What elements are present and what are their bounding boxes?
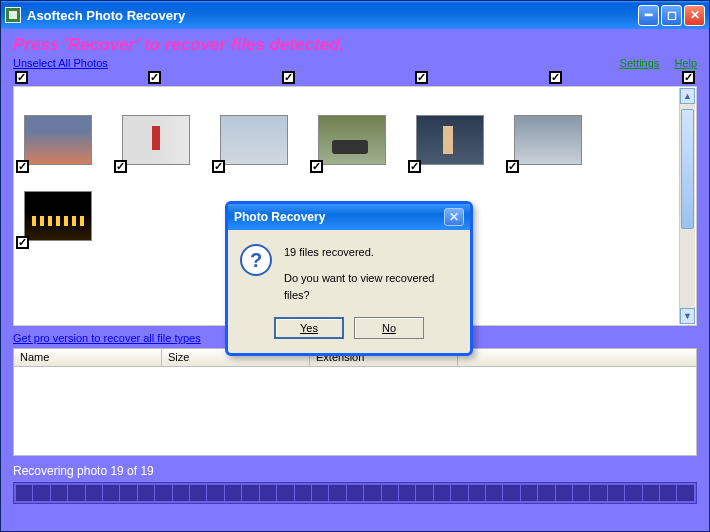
header-checkbox[interactable]: ✓ [682,71,695,84]
header-checkbox[interactable]: ✓ [148,71,161,84]
dialog-line1: 19 files recovered. [284,244,458,262]
top-checkbox-row: ✓ ✓ ✓ ✓ ✓ ✓ [13,69,697,84]
thumbnail-image [220,115,288,165]
thumbnail-image [24,115,92,165]
column-header-spacer [458,349,696,366]
pro-version-link[interactable]: Get pro version to recover all file type… [13,332,201,344]
thumbnail-checkbox[interactable]: ✓ [16,236,29,249]
unselect-all-link[interactable]: Unselect All Photos [13,57,108,69]
status-text: Recovering photo 19 of 19 [13,464,697,478]
question-icon: ? [240,244,272,276]
thumbnail-image [514,115,582,165]
title-bar[interactable]: Asoftech Photo Recovery ━ ◻ ✕ [1,1,709,29]
thumbnail-item[interactable]: ✓ [24,191,92,241]
scroll-handle[interactable] [681,109,694,229]
vertical-scrollbar[interactable]: ▲ ▼ [679,88,695,324]
thumbnail-checkbox[interactable]: ✓ [212,160,225,173]
thumbnail-checkbox[interactable]: ✓ [310,160,323,173]
thumbnail-item[interactable]: ✓ [122,115,190,165]
progress-bar [13,482,697,504]
header-checkbox[interactable]: ✓ [15,71,28,84]
scroll-track[interactable] [680,105,695,307]
thumbnail-item[interactable]: ✓ [318,115,386,165]
app-icon [5,7,21,23]
column-header-name[interactable]: Name [14,349,162,366]
thumbnail-item[interactable]: ✓ [24,115,92,165]
thumbnail-row: ✓ ✓ ✓ ✓ ✓ [24,115,669,165]
thumbnail-image [416,115,484,165]
dialog-title: Photo Recovery [234,210,325,224]
dialog-title-bar[interactable]: Photo Recovery ✕ [228,204,470,230]
thumbnail-image [318,115,386,165]
thumbnail-checkbox[interactable]: ✓ [114,160,127,173]
scroll-up-arrow[interactable]: ▲ [680,88,695,104]
thumbnail-checkbox[interactable]: ✓ [506,160,519,173]
scroll-down-arrow[interactable]: ▼ [680,308,695,324]
settings-link[interactable]: Settings [620,57,660,69]
thumbnail-checkbox[interactable]: ✓ [16,160,29,173]
recovery-dialog: Photo Recovery ✕ ? 19 files recovered. D… [225,201,473,356]
close-button[interactable]: ✕ [684,5,705,26]
thumbnail-item[interactable]: ✓ [220,115,288,165]
minimize-button[interactable]: ━ [638,5,659,26]
thumbnail-checkbox[interactable]: ✓ [408,160,421,173]
dialog-message: 19 files recovered. Do you want to view … [284,244,458,305]
dialog-close-button[interactable]: ✕ [444,208,464,226]
thumbnail-image [122,115,190,165]
maximize-button[interactable]: ◻ [661,5,682,26]
header-checkbox[interactable]: ✓ [415,71,428,84]
window-title: Asoftech Photo Recovery [27,8,636,23]
file-table: Name Size Extension [13,348,697,456]
yes-button[interactable]: Yes [274,317,344,339]
help-link[interactable]: Help [674,57,697,69]
header-checkbox[interactable]: ✓ [282,71,295,84]
dialog-line2: Do you want to view recovered files? [284,270,458,305]
app-window: Asoftech Photo Recovery ━ ◻ ✕ Press 'Rec… [0,0,710,532]
header-checkbox[interactable]: ✓ [549,71,562,84]
thumbnail-item[interactable]: ✓ [416,115,484,165]
thumbnail-image [24,191,92,241]
no-button[interactable]: No [354,317,424,339]
thumbnail-item[interactable]: ✓ [514,115,582,165]
instruction-text: Press 'Recover' to recover files detecte… [13,35,697,55]
